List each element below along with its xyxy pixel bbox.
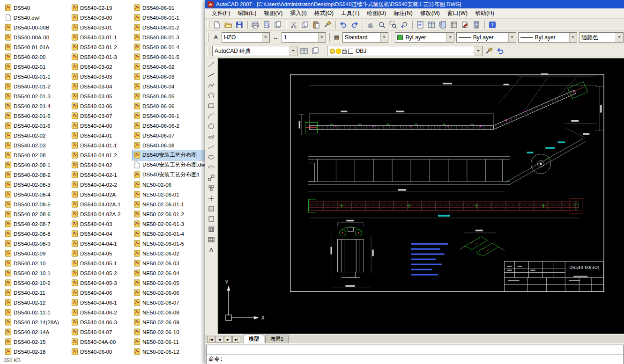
file-item[interactable]: DS540-04-06 (70, 288, 132, 298)
file-item[interactable]: DS540-02-10-2 (4, 278, 69, 288)
file-item[interactable]: DS540-06-07 (133, 131, 205, 140)
file-item[interactable]: DS540-06-04 (133, 81, 205, 91)
file-item[interactable]: DS540-02-08-1 (4, 160, 69, 170)
file-item[interactable]: DS540-04-02A-1 (70, 199, 132, 209)
plot-style-combo[interactable]: 随颜色 (579, 32, 624, 43)
toolbar-separator[interactable] (245, 20, 249, 30)
table-style-combo[interactable]: Standard (342, 32, 388, 43)
file-item[interactable]: DS540-02-01-4 (4, 101, 69, 111)
file-item[interactable]: DS540-02-14A (4, 327, 69, 337)
file-item[interactable]: DS540-06-06-1 (133, 111, 205, 121)
hatch-tool[interactable] (206, 204, 216, 214)
line-tool[interactable] (206, 59, 216, 70)
file-item[interactable]: NE50-02-06 (133, 180, 205, 189)
file-item[interactable]: DS540-02-00 (4, 52, 69, 62)
file-item[interactable]: DS540-04-06-1 (70, 298, 132, 307)
toolbar-grip[interactable] (207, 47, 209, 55)
menu-item[interactable]: 文件(F) (208, 8, 234, 18)
file-item[interactable]: NE50-02-06-01-4 (133, 229, 205, 239)
file-item[interactable]: NE50-02-06-01-5 (133, 239, 205, 248)
file-item[interactable]: DS540-02-08-9 (4, 239, 69, 248)
mtext-tool[interactable] (206, 245, 216, 255)
file-item[interactable]: DS540-04A-00 (70, 337, 132, 347)
menu-item[interactable]: 绘图(D) (363, 8, 390, 18)
file-item[interactable]: DS540-06-08 (133, 140, 205, 150)
file-item[interactable]: DS540-02-19 (70, 3, 132, 13)
file-item[interactable]: DS540-01-01A (4, 42, 69, 52)
layer-combo[interactable]: OBJ (327, 46, 483, 56)
file-item[interactable]: DS540-02-12 (4, 298, 69, 307)
file-item[interactable]: DS540-06-01 (133, 3, 205, 13)
toolbar-grip[interactable] (207, 33, 209, 42)
file-item[interactable]: NE50-02-06-11 (133, 337, 205, 347)
toolbar-separator[interactable] (284, 20, 288, 30)
file-item[interactable]: DS540-02-12-1 (4, 307, 69, 317)
file-item[interactable]: DS540-02-11 (4, 288, 69, 298)
file-item[interactable]: DS540 (4, 3, 69, 13)
file-item[interactable]: DS540-02-08-5 (4, 199, 69, 209)
file-item[interactable]: NE50-02-06-01-2 (133, 209, 205, 219)
menu-item[interactable]: 工具(T) (337, 8, 363, 18)
toolbar-separator[interactable] (334, 20, 337, 30)
menu-item[interactable]: 编辑(E) (234, 8, 260, 18)
make-object-layer-current-button[interactable] (484, 46, 494, 56)
file-item[interactable]: NE50-02-06-03 (133, 258, 205, 268)
chevron-down-icon[interactable] (508, 33, 516, 42)
zoom-window-button[interactable] (388, 20, 398, 30)
title-bar[interactable]: AutoCAD 2007 - [C:\Users\Administrator\D… (205, 0, 624, 8)
file-item[interactable]: DS540-00A-00 (4, 32, 69, 42)
zoom-previous-button[interactable] (399, 20, 409, 30)
file-item[interactable]: DS540-06-01-2 (133, 22, 205, 32)
pan-button[interactable] (365, 20, 376, 30)
file-item[interactable]: NE50-02-06-09 (133, 317, 205, 327)
zoom-realtime-button[interactable] (377, 20, 387, 30)
file-item[interactable]: DS540-04-01 (70, 131, 132, 140)
polygon-tool[interactable] (206, 90, 216, 101)
redo-button[interactable] (349, 20, 360, 30)
file-item[interactable]: DS540-04-04 (70, 229, 132, 239)
file-item[interactable]: DS540-06-05 (133, 91, 205, 101)
cut-button[interactable] (289, 20, 299, 30)
toolbar-grip[interactable] (390, 33, 392, 42)
file-item[interactable]: DS540-02-08-3 (4, 180, 69, 189)
file-item[interactable]: DS540-06-01-5 (133, 52, 205, 62)
dim-style-combo[interactable]: 1 (282, 32, 326, 43)
file-item[interactable]: DS540-04-06-3 (70, 317, 132, 327)
circle-tool[interactable] (206, 121, 216, 131)
file-item[interactable]: DS540-06-00 (70, 347, 132, 357)
file-item[interactable]: DS540-02-08-2 (4, 170, 69, 180)
file-item[interactable]: DS540-02-15 (4, 337, 69, 347)
markup-set-manager-button[interactable] (460, 20, 470, 30)
file-item[interactable]: DS540-02-10 (4, 258, 69, 268)
toolbar-grip[interactable] (322, 47, 324, 55)
file-item[interactable]: NE50-02-06-01-3 (133, 219, 205, 229)
plot-button[interactable] (250, 20, 260, 30)
file-item[interactable]: NE50-02-06-07 (133, 298, 205, 307)
command-input-line[interactable]: 命令: (207, 354, 623, 364)
menu-item[interactable]: 帮助(H) (471, 8, 498, 18)
gradient-tool[interactable] (206, 214, 216, 224)
lineweight-combo[interactable]: ByLayer (518, 32, 577, 43)
file-item[interactable]: DS540-02-08-7 (4, 219, 69, 229)
file-item[interactable]: DS540-02-01-3 (4, 91, 69, 101)
properties-button[interactable] (415, 20, 425, 30)
file-item[interactable]: DS540.dwl (4, 13, 69, 22)
file-item[interactable]: DS540-06-06 (133, 101, 205, 111)
menu-item[interactable]: 插入(I) (286, 8, 310, 18)
file-item[interactable]: DS540-04-02A-2 (70, 209, 132, 219)
file-item[interactable]: DS540-02-09 (4, 248, 69, 258)
file-item[interactable]: DS540-04-02-1 (70, 170, 132, 180)
table-tool[interactable] (206, 234, 216, 245)
file-item[interactable]: NE50-02-06-04 (133, 268, 205, 278)
file-item[interactable]: NE50-02-06-12 (133, 347, 205, 357)
tab-nav-button[interactable]: |◀ (207, 336, 215, 343)
file-item[interactable]: DS540-04-03 (70, 219, 132, 229)
file-item[interactable]: DS540-03-01-1 (70, 32, 132, 42)
linetype-combo[interactable]: ByLayer (456, 32, 516, 43)
save-button[interactable] (234, 20, 245, 30)
table-style-manager-button[interactable]: ▦ (332, 32, 341, 43)
file-item[interactable]: DS540-03-00 (70, 13, 132, 22)
chevron-down-icon[interactable] (569, 33, 577, 42)
match-properties-button[interactable] (322, 20, 333, 30)
object-color-combo[interactable]: ByLayer (395, 32, 454, 43)
